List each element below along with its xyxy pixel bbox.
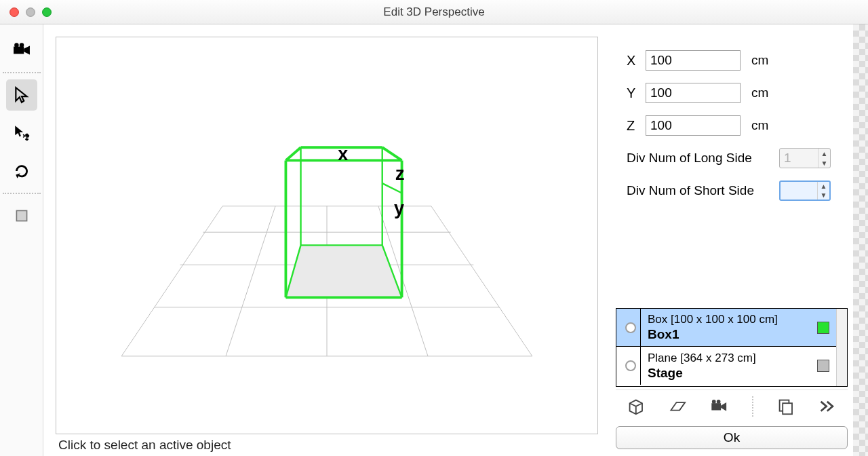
stepper-up-icon[interactable]: ▲ <box>818 182 829 191</box>
minimize-icon[interactable] <box>26 7 35 17</box>
svg-line-15 <box>431 206 532 356</box>
prop-z-input[interactable] <box>646 115 741 136</box>
camera-icon <box>13 41 31 59</box>
svg-point-33 <box>717 400 721 404</box>
svg-marker-31 <box>721 402 726 411</box>
left-toolbar <box>0 24 43 456</box>
svg-point-3 <box>19 43 24 47</box>
prop-z-label: Z <box>627 118 646 134</box>
prop-x-unit: cm <box>751 53 768 68</box>
svg-line-29 <box>382 183 402 193</box>
svg-rect-30 <box>711 403 721 410</box>
prop-x-input[interactable] <box>646 50 741 71</box>
prop-row-x: X cm <box>627 50 841 71</box>
move-cursor-icon <box>13 124 31 142</box>
svg-point-2 <box>14 43 19 47</box>
object-name: Stage <box>648 365 810 381</box>
select-tool-button[interactable] <box>6 79 37 111</box>
color-swatch[interactable] <box>817 322 829 334</box>
arrow-cursor-icon <box>13 86 31 104</box>
prop-row-div-short: Div Num of Short Side 1 ▲▼ <box>627 180 841 201</box>
prop-y-unit: cm <box>751 86 768 100</box>
axis-x-label: x <box>338 144 348 164</box>
svg-line-28 <box>382 147 402 160</box>
prop-row-z: Z cm <box>627 115 841 136</box>
radio-icon[interactable] <box>625 322 636 333</box>
object-list: Box [100 x 100 x 100 cm] Box1 Plane [364… <box>616 308 848 387</box>
titlebar: Edit 3D Perspective <box>0 0 868 24</box>
axis-y-label: y <box>394 198 404 218</box>
object-desc: Box [100 x 100 x 100 cm] <box>648 312 810 326</box>
stepper-up-icon[interactable]: ▲ <box>818 149 830 158</box>
prop-div-long-label: Div Num of Long Side <box>627 151 779 166</box>
prop-div-short-label: Div Num of Short Side <box>627 183 779 198</box>
radio-icon[interactable] <box>625 360 636 371</box>
prop-z-unit: cm <box>751 118 768 133</box>
more-button[interactable] <box>818 397 837 416</box>
list-item[interactable]: Box [100 x 100 x 100 cm] Box1 <box>616 309 836 347</box>
close-icon[interactable] <box>9 7 19 17</box>
stepper-down-icon[interactable]: ▼ <box>818 191 829 200</box>
svg-rect-5 <box>16 210 26 221</box>
object-name: Box1 <box>648 326 810 343</box>
svg-rect-35 <box>783 403 792 414</box>
add-plane-button[interactable] <box>669 397 688 416</box>
prop-x-label: X <box>627 53 646 69</box>
maximize-icon[interactable] <box>42 7 52 17</box>
svg-line-12 <box>226 206 275 356</box>
viewport-svg: x y z <box>56 37 597 434</box>
duplicate-button[interactable] <box>776 397 795 416</box>
add-camera-button[interactable] <box>710 397 729 416</box>
ok-button[interactable]: Ok <box>616 426 848 449</box>
window-controls <box>0 7 52 17</box>
object-toolbar <box>616 390 848 422</box>
list-item[interactable]: Plane [364 x 273 cm] Stage <box>616 347 836 385</box>
object-desc: Plane [364 x 273 cm] <box>648 351 810 365</box>
status-bar: Click to select an active object <box>56 434 598 456</box>
color-swatch[interactable] <box>817 360 829 372</box>
stop-tool-button[interactable] <box>6 200 37 231</box>
prop-row-y: Y cm <box>627 83 841 103</box>
axis-z-label: z <box>395 164 404 184</box>
square-icon <box>13 207 31 225</box>
svg-point-32 <box>712 400 716 404</box>
rotate-tool-button[interactable] <box>6 155 37 187</box>
scrollbar[interactable] <box>836 309 847 386</box>
properties-panel: X cm Y cm Z cm Div Num of Long Side ▲▼ <box>610 24 853 456</box>
camera-tool-button[interactable] <box>6 35 37 66</box>
prop-div-long-input[interactable]: ▲▼ <box>779 148 831 168</box>
svg-marker-1 <box>24 46 30 55</box>
3d-viewport[interactable]: x y z <box>56 37 598 434</box>
svg-line-11 <box>121 206 222 356</box>
prop-row-div-long: Div Num of Long Side ▲▼ <box>627 148 841 168</box>
svg-line-27 <box>285 147 300 160</box>
right-gutter <box>853 24 868 456</box>
stepper-down-icon[interactable]: ▼ <box>818 158 830 168</box>
svg-rect-0 <box>14 47 24 54</box>
add-cube-button[interactable] <box>627 397 646 416</box>
prop-y-label: Y <box>627 86 646 101</box>
prop-y-input[interactable] <box>646 83 741 103</box>
viewport-area: x y z Click to select an active object <box>43 24 610 456</box>
window-title: Edit 3D Perspective <box>0 5 868 19</box>
prop-div-short-input[interactable]: 1 ▲▼ <box>779 180 831 201</box>
move-tool-button[interactable] <box>6 117 37 149</box>
rotate-icon <box>13 162 31 180</box>
